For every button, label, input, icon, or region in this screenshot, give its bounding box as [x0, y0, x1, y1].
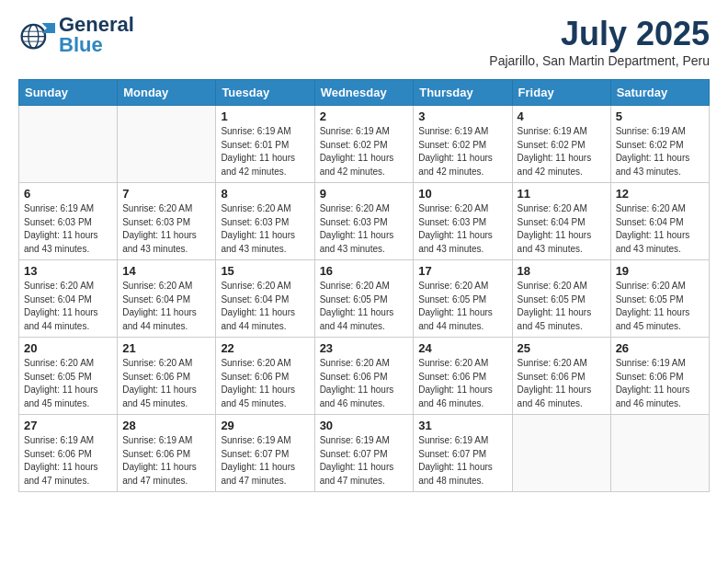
day-number: 13 — [24, 264, 112, 278]
calendar-cell: 28Sunrise: 6:19 AM Sunset: 6:06 PM Dayli… — [118, 415, 216, 492]
day-detail: Sunrise: 6:19 AM Sunset: 6:02 PM Dayligh… — [616, 125, 704, 178]
calendar-day-header: Wednesday — [314, 80, 414, 106]
day-number: 5 — [616, 109, 704, 123]
calendar-cell: 23Sunrise: 6:20 AM Sunset: 6:06 PM Dayli… — [314, 338, 414, 415]
day-number: 10 — [418, 187, 506, 201]
day-number: 12 — [616, 187, 704, 201]
calendar-day-header: Tuesday — [216, 80, 314, 106]
day-number: 16 — [320, 264, 409, 278]
calendar-cell: 9Sunrise: 6:20 AM Sunset: 6:03 PM Daylig… — [314, 183, 414, 260]
calendar-cell: 18Sunrise: 6:20 AM Sunset: 6:05 PM Dayli… — [512, 260, 610, 338]
calendar-cell: 25Sunrise: 6:20 AM Sunset: 6:06 PM Dayli… — [512, 338, 610, 415]
day-detail: Sunrise: 6:19 AM Sunset: 6:02 PM Dayligh… — [320, 125, 409, 178]
day-detail: Sunrise: 6:19 AM Sunset: 6:06 PM Dayligh… — [24, 434, 112, 488]
calendar-cell: 20Sunrise: 6:20 AM Sunset: 6:05 PM Dayli… — [19, 338, 118, 415]
day-detail: Sunrise: 6:20 AM Sunset: 6:05 PM Dayligh… — [418, 280, 506, 333]
calendar-cell: 13Sunrise: 6:20 AM Sunset: 6:04 PM Dayli… — [19, 260, 118, 338]
calendar-cell: 19Sunrise: 6:20 AM Sunset: 6:05 PM Dayli… — [610, 260, 709, 338]
calendar-cell: 10Sunrise: 6:20 AM Sunset: 6:03 PM Dayli… — [414, 183, 512, 260]
day-number: 28 — [122, 419, 210, 432]
day-number: 14 — [122, 264, 210, 278]
page-header: General Blue July 2025 Pajarillo, San Ma… — [18, 15, 710, 68]
calendar-cell: 15Sunrise: 6:20 AM Sunset: 6:04 PM Dayli… — [216, 260, 314, 338]
day-detail: Sunrise: 6:19 AM Sunset: 6:07 PM Dayligh… — [221, 434, 309, 488]
day-number: 7 — [122, 187, 210, 201]
day-detail: Sunrise: 6:20 AM Sunset: 6:05 PM Dayligh… — [320, 280, 409, 333]
day-detail: Sunrise: 6:20 AM Sunset: 6:03 PM Dayligh… — [122, 202, 210, 256]
calendar-cell: 24Sunrise: 6:20 AM Sunset: 6:06 PM Dayli… — [414, 338, 512, 415]
day-number: 19 — [616, 264, 704, 278]
calendar-week-row: 27Sunrise: 6:19 AM Sunset: 6:06 PM Dayli… — [19, 415, 710, 492]
calendar-header-row: SundayMondayTuesdayWednesdayThursdayFrid… — [19, 80, 710, 106]
svg-marker-5 — [41, 23, 55, 33]
day-detail: Sunrise: 6:20 AM Sunset: 6:03 PM Dayligh… — [221, 202, 309, 256]
calendar-week-row: 6Sunrise: 6:19 AM Sunset: 6:03 PM Daylig… — [19, 183, 710, 260]
calendar-cell: 6Sunrise: 6:19 AM Sunset: 6:03 PM Daylig… — [19, 183, 118, 260]
day-number: 29 — [221, 419, 309, 432]
calendar-cell: 16Sunrise: 6:20 AM Sunset: 6:05 PM Dayli… — [314, 260, 414, 338]
calendar-cell: 7Sunrise: 6:20 AM Sunset: 6:03 PM Daylig… — [118, 183, 216, 260]
day-number: 27 — [24, 419, 112, 432]
day-number: 17 — [418, 264, 506, 278]
day-detail: Sunrise: 6:20 AM Sunset: 6:06 PM Dayligh… — [122, 357, 210, 410]
day-detail: Sunrise: 6:19 AM Sunset: 6:06 PM Dayligh… — [616, 357, 704, 410]
day-detail: Sunrise: 6:19 AM Sunset: 6:07 PM Dayligh… — [320, 434, 409, 488]
calendar-day-header: Monday — [118, 80, 216, 106]
day-detail: Sunrise: 6:19 AM Sunset: 6:06 PM Dayligh… — [122, 434, 210, 488]
calendar-cell: 3Sunrise: 6:19 AM Sunset: 6:02 PM Daylig… — [414, 106, 512, 183]
day-number: 26 — [616, 341, 704, 355]
calendar-cell: 12Sunrise: 6:20 AM Sunset: 6:04 PM Dayli… — [610, 183, 709, 260]
day-detail: Sunrise: 6:20 AM Sunset: 6:04 PM Dayligh… — [24, 280, 112, 333]
day-detail: Sunrise: 6:20 AM Sunset: 6:04 PM Dayligh… — [616, 202, 704, 256]
day-number: 22 — [221, 341, 309, 355]
calendar-cell: 2Sunrise: 6:19 AM Sunset: 6:02 PM Daylig… — [314, 106, 414, 183]
calendar-week-row: 20Sunrise: 6:20 AM Sunset: 6:05 PM Dayli… — [19, 338, 710, 415]
day-detail: Sunrise: 6:20 AM Sunset: 6:06 PM Dayligh… — [418, 357, 506, 410]
day-detail: Sunrise: 6:19 AM Sunset: 6:01 PM Dayligh… — [221, 125, 309, 178]
day-number: 23 — [320, 341, 409, 355]
day-detail: Sunrise: 6:20 AM Sunset: 6:05 PM Dayligh… — [616, 280, 704, 333]
location-subtitle: Pajarillo, San Martin Department, Peru — [489, 53, 710, 68]
logo: General Blue — [18, 15, 134, 55]
day-detail: Sunrise: 6:20 AM Sunset: 6:06 PM Dayligh… — [221, 357, 309, 410]
calendar-cell: 30Sunrise: 6:19 AM Sunset: 6:07 PM Dayli… — [314, 415, 414, 492]
calendar-cell: 5Sunrise: 6:19 AM Sunset: 6:02 PM Daylig… — [610, 106, 709, 183]
day-number: 24 — [418, 341, 506, 355]
day-detail: Sunrise: 6:19 AM Sunset: 6:02 PM Dayligh… — [518, 125, 606, 178]
calendar-day-header: Saturday — [610, 80, 709, 106]
day-number: 15 — [221, 264, 309, 278]
calendar-cell — [610, 415, 709, 492]
calendar-day-header: Sunday — [19, 80, 118, 106]
calendar-week-row: 1Sunrise: 6:19 AM Sunset: 6:01 PM Daylig… — [19, 106, 710, 183]
day-number: 8 — [221, 187, 309, 201]
day-detail: Sunrise: 6:20 AM Sunset: 6:03 PM Dayligh… — [320, 202, 409, 256]
day-detail: Sunrise: 6:19 AM Sunset: 6:02 PM Dayligh… — [418, 125, 506, 178]
calendar-cell: 17Sunrise: 6:20 AM Sunset: 6:05 PM Dayli… — [414, 260, 512, 338]
day-number: 3 — [418, 109, 506, 123]
day-detail: Sunrise: 6:20 AM Sunset: 6:05 PM Dayligh… — [518, 280, 606, 333]
calendar-cell — [512, 415, 610, 492]
calendar-cell: 26Sunrise: 6:19 AM Sunset: 6:06 PM Dayli… — [610, 338, 709, 415]
day-detail: Sunrise: 6:20 AM Sunset: 6:05 PM Dayligh… — [24, 357, 112, 410]
day-detail: Sunrise: 6:19 AM Sunset: 6:03 PM Dayligh… — [24, 202, 112, 256]
day-number: 1 — [221, 109, 309, 123]
calendar-body: 1Sunrise: 6:19 AM Sunset: 6:01 PM Daylig… — [19, 106, 710, 492]
day-number: 18 — [518, 264, 606, 278]
calendar-day-header: Friday — [512, 80, 610, 106]
calendar-cell: 31Sunrise: 6:19 AM Sunset: 6:07 PM Dayli… — [414, 415, 512, 492]
logo-text: General Blue — [59, 15, 134, 55]
calendar-cell — [118, 106, 216, 183]
day-detail: Sunrise: 6:20 AM Sunset: 6:03 PM Dayligh… — [418, 202, 506, 256]
logo-icon — [18, 15, 55, 55]
calendar-day-header: Thursday — [414, 80, 512, 106]
day-detail: Sunrise: 6:20 AM Sunset: 6:04 PM Dayligh… — [518, 202, 606, 256]
calendar-week-row: 13Sunrise: 6:20 AM Sunset: 6:04 PM Dayli… — [19, 260, 710, 338]
day-detail: Sunrise: 6:20 AM Sunset: 6:04 PM Dayligh… — [122, 280, 210, 333]
day-number: 20 — [24, 341, 112, 355]
calendar-table: SundayMondayTuesdayWednesdayThursdayFrid… — [18, 79, 710, 492]
month-title: July 2025 — [489, 15, 710, 53]
calendar-cell: 22Sunrise: 6:20 AM Sunset: 6:06 PM Dayli… — [216, 338, 314, 415]
calendar-cell: 1Sunrise: 6:19 AM Sunset: 6:01 PM Daylig… — [216, 106, 314, 183]
day-detail: Sunrise: 6:19 AM Sunset: 6:07 PM Dayligh… — [418, 434, 506, 488]
calendar-cell — [19, 106, 118, 183]
